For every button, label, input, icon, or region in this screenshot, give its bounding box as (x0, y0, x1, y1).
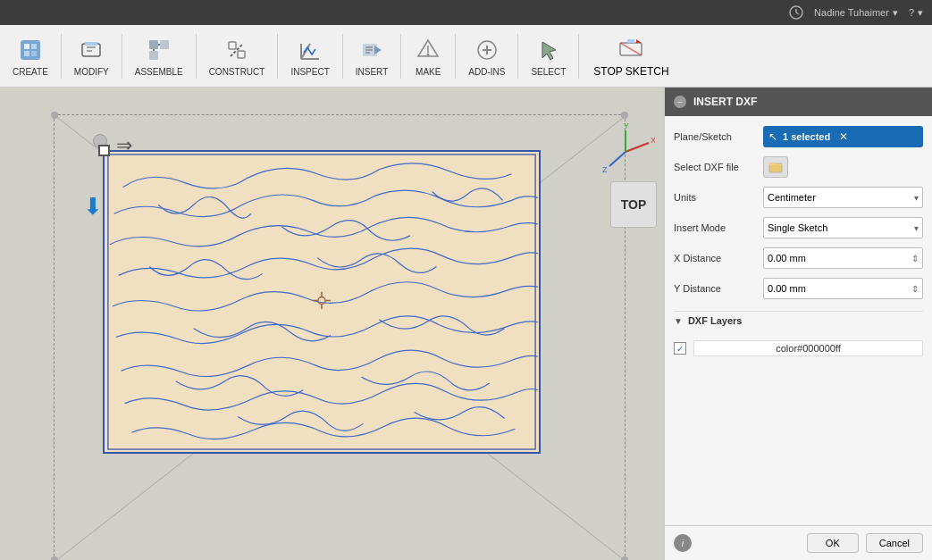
cancel-label: Cancel (879, 538, 910, 548)
modify-button[interactable]: MODIFY (67, 32, 116, 80)
help-icon: ? (909, 7, 914, 18)
svg-marker-34 (542, 42, 556, 60)
units-dropdown[interactable]: Centimeter ▾ (763, 187, 923, 208)
y-distance-spinner[interactable]: ⇕ (911, 284, 919, 294)
pill-close-button[interactable]: ✕ (839, 130, 848, 143)
divider-2 (122, 34, 122, 79)
help-button[interactable]: ? ▾ (909, 7, 923, 19)
x-distance-text: 0.00 mm (768, 253, 806, 263)
svg-rect-8 (82, 44, 100, 56)
view-label-box[interactable]: TOP (610, 181, 657, 228)
svg-marker-38 (636, 39, 642, 43)
svg-line-36 (620, 43, 642, 55)
stop-sketch-label: STOP SKETCH (593, 65, 668, 78)
svg-text:Y: Y (624, 123, 629, 130)
svg-rect-18 (229, 42, 236, 49)
user-info[interactable]: Nadine Tuhaimer ▾ (814, 7, 898, 19)
view-label: TOP (621, 197, 647, 212)
add-ins-button[interactable]: ADD-INS (461, 32, 512, 80)
modify-icon (77, 36, 105, 64)
layer-row: ✓ color#000000ff (674, 337, 923, 360)
units-dropdown-arrow: ▾ (914, 193, 919, 203)
selected-pill[interactable]: ↖ 1 selected ✕ (763, 126, 923, 147)
create-button[interactable]: CREATE (5, 32, 55, 80)
insert-mode-value[interactable]: Single Sketch ▾ (763, 217, 923, 238)
svg-rect-14 (149, 51, 158, 60)
insert-mode-dropdown[interactable]: Single Sketch ▾ (763, 217, 923, 238)
layer-checkbox[interactable]: ✓ (674, 342, 686, 355)
corner-dot-br (621, 556, 628, 560)
units-label: Units (674, 192, 763, 203)
inspect-button[interactable]: INSPECT (283, 32, 336, 80)
x-distance-row: X Distance 0.00 mm ⇕ (674, 247, 923, 270)
panel-header-icon: – (674, 96, 686, 108)
select-button[interactable]: SELECT (524, 32, 573, 80)
insert-button[interactable]: INSERT (348, 32, 396, 80)
panel-title: INSERT DXF (693, 96, 757, 108)
svg-rect-11 (85, 42, 97, 46)
svg-line-47 (626, 143, 649, 152)
info-button[interactable]: i (674, 534, 692, 552)
units-value[interactable]: Centimeter ▾ (763, 187, 923, 208)
right-panel: – INSERT DXF Plane/Sketch ↖ 1 selected ✕… (664, 88, 932, 560)
section-toggle-icon[interactable]: ▼ (674, 316, 683, 326)
assemble-button[interactable]: ASSEMBLE (128, 32, 190, 80)
divider-7 (455, 34, 456, 79)
modify-label: MODIFY (74, 67, 109, 77)
y-distance-input[interactable]: 0.00 mm ⇕ (763, 278, 923, 299)
stop-sketch-icon (617, 34, 645, 63)
center-marker (313, 292, 331, 313)
y-distance-text: 0.00 mm (768, 283, 806, 294)
inspect-icon (296, 36, 324, 64)
plane-sketch-label: Plane/Sketch (674, 131, 763, 142)
plane-sketch-row: Plane/Sketch ↖ 1 selected ✕ (674, 125, 923, 148)
clock-icon (789, 5, 803, 20)
divider-8 (517, 34, 518, 79)
square-handle[interactable] (98, 145, 110, 156)
file-selector (763, 156, 923, 178)
select-dxf-row: Select DXF file (674, 155, 923, 179)
folder-icon (768, 160, 783, 174)
svg-line-20 (301, 44, 310, 59)
select-dxf-value (763, 156, 923, 178)
units-dropdown-text: Centimeter (768, 192, 816, 203)
divider-4 (277, 34, 278, 79)
x-distance-spinner[interactable]: ⇕ (911, 254, 919, 263)
make-icon (414, 36, 442, 64)
insert-mode-label: Insert Mode (674, 222, 763, 233)
svg-rect-13 (160, 40, 169, 49)
canvas-area[interactable]: ⇒ ⬇ X Y Z TOP (0, 88, 664, 560)
units-row: Units Centimeter ▾ (674, 186, 923, 209)
add-ins-icon (473, 36, 501, 64)
y-distance-row: Y Distance 0.00 mm ⇕ (674, 277, 923, 300)
svg-line-2 (796, 13, 799, 14)
svg-line-51 (609, 152, 626, 166)
svg-rect-7 (31, 51, 37, 56)
create-label: CREATE (13, 67, 48, 77)
select-dxf-label: Select DXF file (674, 162, 763, 172)
y-distance-value[interactable]: 0.00 mm ⇕ (763, 278, 923, 299)
stop-sketch-button[interactable]: STOP SKETCH (584, 30, 677, 81)
y-distance-label: Y Distance (674, 283, 763, 294)
user-dropdown-icon: ▾ (893, 7, 898, 19)
construct-button[interactable]: CONSTRUCT (202, 32, 273, 80)
axes-indicator: X Y Z (597, 123, 655, 181)
x-distance-input[interactable]: 0.00 mm ⇕ (763, 247, 923, 269)
svg-text:Z: Z (602, 165, 608, 174)
divider-5 (342, 34, 343, 79)
make-button[interactable]: MAKE (407, 32, 449, 80)
svg-rect-3 (21, 40, 40, 60)
x-distance-value[interactable]: 0.00 mm ⇕ (763, 247, 923, 269)
construct-label: CONSTRUCT (209, 67, 265, 77)
plane-sketch-value: ↖ 1 selected ✕ (763, 126, 923, 147)
svg-rect-5 (31, 44, 37, 49)
arrow-down-indicator: ⬇ (83, 193, 103, 221)
file-browse-button[interactable] (763, 156, 788, 178)
cancel-button[interactable]: Cancel (866, 533, 923, 553)
svg-point-30 (427, 53, 430, 55)
insert-label: INSERT (356, 67, 389, 77)
divider-6 (400, 34, 401, 79)
corner-dot-tl (51, 112, 58, 119)
svg-rect-6 (24, 51, 29, 56)
ok-button[interactable]: OK (807, 533, 859, 553)
